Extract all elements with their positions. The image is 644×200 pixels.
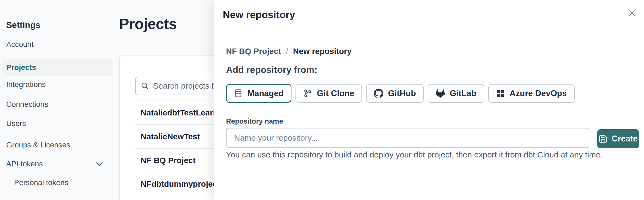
create-button-label: Create: [612, 134, 638, 144]
source-option-gitlab[interactable]: GitLab: [428, 84, 484, 103]
github-icon: [374, 89, 383, 98]
save-icon: [599, 134, 608, 143]
managed-icon: [234, 89, 243, 98]
sidebar-item-projects[interactable]: Projects: [2, 59, 113, 76]
add-repository-heading: Add repository from:: [226, 64, 317, 75]
create-button[interactable]: Create: [597, 129, 639, 148]
git-clone-icon: [303, 89, 312, 98]
source-option-label: Managed: [247, 89, 284, 98]
sidebar-item-integrations[interactable]: Integrations: [6, 80, 46, 89]
sidebar-title: Settings: [6, 20, 40, 30]
sidebar-item-personal-tokens[interactable]: Personal tokens: [14, 178, 68, 187]
gitlab-icon: [436, 89, 445, 98]
project-name: NFdbtdummyproject: [141, 179, 220, 189]
close-icon: [627, 8, 637, 18]
repository-name-label: Repository name: [226, 117, 283, 125]
source-option-label: GitLab: [450, 89, 476, 98]
repository-name-input[interactable]: [226, 128, 589, 148]
sidebar-item-label: Projects: [6, 63, 36, 72]
sidebar-item-connections[interactable]: Connections: [6, 100, 48, 109]
source-option-azure-devops[interactable]: Azure DevOps: [488, 84, 575, 103]
breadcrumb-current: New repository: [293, 47, 352, 56]
project-name: NF BQ Project: [141, 156, 195, 165]
repository-source-options: Managed Git Clone GitHub GitLab: [226, 84, 575, 103]
sidebar-item-groups-licenses[interactable]: Groups & Licenses: [6, 141, 70, 149]
source-option-github[interactable]: GitHub: [366, 84, 424, 103]
project-name: NataliedbtTestLearn T: [141, 108, 225, 117]
project-name: NatalieNewTest: [141, 132, 200, 141]
page-title: Projects: [119, 15, 177, 33]
breadcrumb-separator: /: [286, 47, 288, 56]
modal-title: New repository: [223, 9, 295, 21]
azure-devops-icon: [496, 89, 505, 98]
sidebar-item-account[interactable]: Account: [6, 40, 34, 49]
sidebar-item-users[interactable]: Users: [6, 119, 26, 128]
breadcrumb-parent[interactable]: NF BQ Project: [226, 47, 281, 56]
source-option-git-clone[interactable]: Git Clone: [296, 84, 362, 103]
sidebar-item-label: API tokens: [6, 160, 43, 168]
new-repository-modal: New repository NF BQ Project / New repos…: [214, 0, 644, 200]
repository-help-text: You can use this repository to build and…: [226, 150, 634, 160]
breadcrumb: NF BQ Project / New repository: [226, 47, 351, 56]
modal-header: New repository: [214, 0, 644, 33]
close-button[interactable]: [626, 7, 638, 19]
source-option-managed[interactable]: Managed: [226, 84, 291, 103]
source-option-label: Azure DevOps: [510, 89, 567, 98]
source-option-label: Git Clone: [317, 89, 354, 98]
settings-sidebar: Settings Account Projects Integrations C…: [0, 0, 117, 200]
search-icon: [141, 82, 149, 90]
sidebar-item-api-tokens[interactable]: API tokens: [6, 159, 104, 169]
source-option-label: GitHub: [388, 89, 416, 98]
chevron-down-icon: [95, 159, 104, 169]
